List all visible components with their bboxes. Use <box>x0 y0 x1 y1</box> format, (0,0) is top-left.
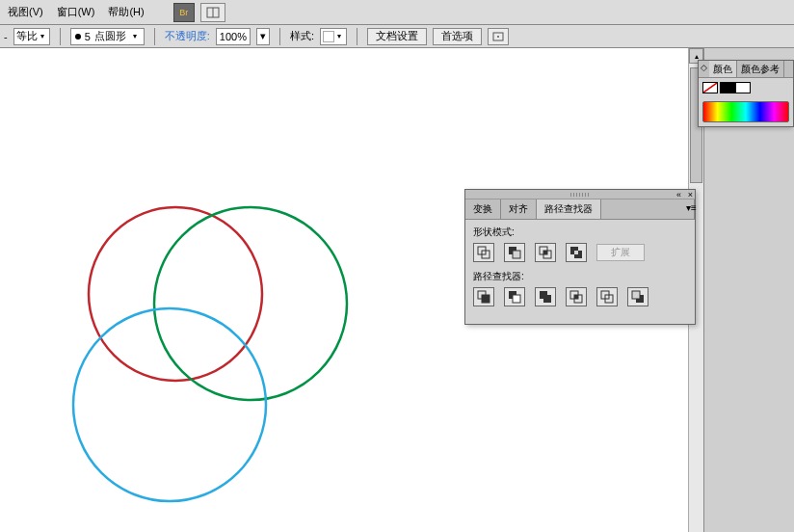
divider <box>279 28 280 45</box>
stroke-swatch[interactable] <box>720 82 735 93</box>
menu-view[interactable]: 视图(V) <box>4 3 47 21</box>
divider <box>60 28 61 45</box>
tab-align[interactable]: 对齐 <box>501 200 537 219</box>
fill-stroke-swatches[interactable] <box>702 82 789 95</box>
svg-rect-27 <box>632 291 640 299</box>
shape-modes-label: 形状模式: <box>473 226 687 239</box>
menu-help[interactable]: 帮助(H) <box>104 3 147 21</box>
merge-icon[interactable] <box>535 287 556 306</box>
dot-icon <box>75 34 81 40</box>
opacity-value: 100% <box>220 31 247 42</box>
align-artboard-icon[interactable] <box>488 28 509 45</box>
panel-close-icon[interactable]: × <box>688 190 693 200</box>
minus-back-icon[interactable] <box>627 287 648 306</box>
panel-menu-icon[interactable]: ▾≡ <box>678 200 695 219</box>
panel-collapse-icon[interactable]: « <box>676 190 681 200</box>
ratio-dropdown[interactable]: 等比 ▾ <box>13 28 50 45</box>
chevron-down-icon[interactable]: ▾ <box>256 28 270 45</box>
ratio-label: 等比 <box>16 29 38 43</box>
stroke-style: 点圆形 <box>94 29 126 43</box>
color-spectrum[interactable] <box>702 101 789 122</box>
circle-green[interactable] <box>154 207 347 400</box>
panel-body: 形状模式: 扩展 路径查找器: <box>465 220 695 324</box>
minus-front-icon[interactable] <box>504 243 525 262</box>
style-swatch <box>323 31 334 42</box>
svg-line-4 <box>703 83 717 93</box>
panel-tabs: 变换 对齐 路径查找器 ▾≡ <box>465 200 695 220</box>
exclude-icon[interactable] <box>566 243 587 262</box>
menubar: 视图(V) 窗口(W) 帮助(H) Br <box>0 0 794 25</box>
menu-window[interactable]: 窗口(W) <box>53 3 99 21</box>
bridge-button[interactable]: Br <box>173 3 195 22</box>
svg-rect-20 <box>543 295 551 303</box>
stroke-value: 5 <box>85 31 91 42</box>
color-panel-tabs: ◇ 颜色 颜色参考 <box>699 61 793 78</box>
preferences-button[interactable]: 首选项 <box>433 28 482 45</box>
panel-grip[interactable]: « × <box>465 190 695 200</box>
circle-blue[interactable] <box>73 308 266 501</box>
doc-setup-button[interactable]: 文档设置 <box>367 28 427 45</box>
opacity-label[interactable]: 不透明度: <box>165 29 210 43</box>
svg-rect-14 <box>574 251 578 254</box>
intersect-icon[interactable] <box>535 243 556 262</box>
circle-red[interactable] <box>89 207 262 381</box>
crop-icon[interactable] <box>566 287 587 306</box>
style-label: 样式: <box>290 29 314 43</box>
chevron-down-icon: ▾ <box>38 32 47 40</box>
style-dropdown[interactable]: ▾ <box>320 28 347 45</box>
pathfinders-row <box>473 287 687 306</box>
pathfinder-panel[interactable]: « × 变换 对齐 路径查找器 ▾≡ 形状模式: 扩展 路径查找器: <box>464 189 696 325</box>
ratio-dash: - <box>4 31 8 42</box>
panel-grabber[interactable]: ◇ <box>699 61 709 77</box>
swap-swatch[interactable] <box>735 82 751 93</box>
divider <box>154 28 155 45</box>
tab-color[interactable]: 颜色 <box>709 61 737 77</box>
pathfinders-label: 路径查找器: <box>473 270 687 283</box>
unite-icon[interactable] <box>473 243 494 262</box>
svg-rect-18 <box>513 295 520 303</box>
divider <box>357 28 357 45</box>
svg-rect-16 <box>482 295 490 303</box>
opacity-input[interactable]: 100% <box>216 28 251 45</box>
chevron-down-icon: ▾ <box>130 32 140 40</box>
outline-icon[interactable] <box>596 287 618 306</box>
tab-pathfinder[interactable]: 路径查找器 <box>537 200 601 219</box>
svg-rect-8 <box>513 251 520 258</box>
svg-rect-11 <box>543 251 547 254</box>
svg-rect-23 <box>574 295 578 299</box>
tab-transform[interactable]: 变换 <box>465 200 501 219</box>
chevron-down-icon: ▾ <box>334 32 344 40</box>
stroke-width[interactable]: 5 点圆形 ▾ <box>70 28 145 45</box>
options-bar: - 等比 ▾ 5 点圆形 ▾ 不透明度: 100% ▾ 样式: ▾ 文档设置 首… <box>0 25 794 48</box>
color-panel[interactable]: ◇ 颜色 颜色参考 <box>698 60 794 127</box>
color-panel-body <box>699 78 793 126</box>
trim-icon[interactable] <box>504 287 525 306</box>
grip-dots-icon <box>570 193 590 197</box>
svg-point-3 <box>497 36 499 38</box>
expand-button[interactable]: 扩展 <box>596 244 645 261</box>
fill-swatch[interactable] <box>702 82 718 93</box>
shape-modes-row: 扩展 <box>473 243 687 262</box>
arrange-button[interactable] <box>200 3 225 22</box>
divide-icon[interactable] <box>473 287 494 306</box>
tab-color-guide[interactable]: 颜色参考 <box>737 61 784 77</box>
